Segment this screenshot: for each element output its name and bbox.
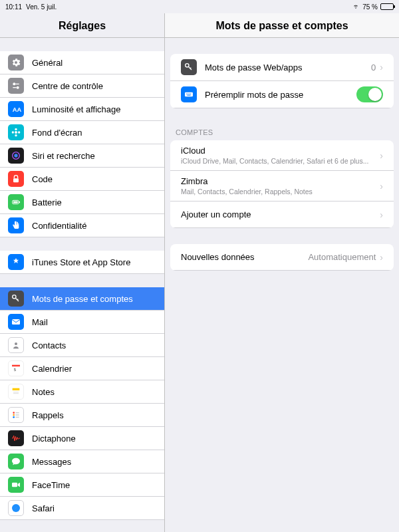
sidebar-item-label: Dictaphone	[32, 434, 156, 444]
sidebar-item-label: Calendrier	[32, 364, 156, 374]
svg-rect-36	[186, 94, 187, 94]
sidebar-item-code[interactable]: Code	[0, 168, 164, 191]
sidebar-item-messages[interactable]: Messages	[0, 450, 164, 473]
sidebar-item-centre-de-contr-le[interactable]: Centre de contrôle	[0, 74, 164, 98]
notes-icon	[8, 384, 24, 400]
sidebar-item-dictaphone[interactable]: Dictaphone	[0, 427, 164, 450]
sidebar-item-mail[interactable]: Mail	[0, 311, 164, 334]
svg-point-8	[12, 131, 14, 133]
contacts-icon	[8, 337, 24, 353]
chevron-right-icon: ›	[380, 209, 383, 220]
sidebar-item-fond-d-cran[interactable]: Fond d'écran	[0, 121, 164, 144]
svg-point-18	[15, 342, 17, 345]
svg-rect-15	[13, 201, 18, 203]
svg-rect-3	[13, 87, 16, 88]
svg-text:AA: AA	[13, 106, 21, 113]
detail-row-label: Préremplir mots de passe	[205, 90, 356, 100]
sidebar-item-notes[interactable]: Notes	[0, 380, 164, 404]
sidebar-item-label: iTunes Store et App Store	[32, 257, 156, 267]
sidebar-item-safari[interactable]: Safari	[0, 497, 164, 520]
gear-icon	[8, 55, 24, 70]
switches-icon	[8, 78, 24, 94]
battery-icon	[8, 194, 24, 210]
sidebar-item-label: Rappels	[32, 410, 156, 420]
svg-rect-23	[13, 390, 20, 395]
account-label: Ajouter un compte	[181, 209, 376, 219]
sidebar-item-label: Code	[32, 174, 156, 184]
sidebar-item-label: Confidentialité	[32, 221, 156, 231]
sidebar-item-label: Général	[32, 58, 156, 68]
svg-rect-40	[187, 95, 190, 96]
detail-row-value: 0	[371, 63, 376, 72]
battery-icon	[380, 3, 394, 10]
toggle-switch[interactable]	[356, 86, 383, 102]
hand-icon	[8, 217, 24, 233]
svg-point-11	[14, 154, 17, 157]
siri-icon	[8, 148, 24, 164]
sidebar-item-contacts[interactable]: Contacts	[0, 334, 164, 357]
detail-row-mots-de-passe-web-apps[interactable]: Mots de passe Web/apps0›	[170, 54, 394, 81]
appstore-icon	[8, 254, 24, 270]
wifi-icon	[352, 3, 360, 11]
detail-row-pr-remplir-mots-de-passe[interactable]: Préremplir mots de passe	[170, 81, 394, 108]
sidebar-item-siri-et-recherche[interactable]: Siri et recherche	[0, 144, 164, 168]
svg-rect-35	[185, 92, 193, 97]
sidebar-item-facetime[interactable]: FaceTime	[0, 473, 164, 497]
sidebar-item-label: Batterie	[32, 198, 156, 207]
svg-rect-14	[19, 201, 20, 203]
sidebar-title: Réglages	[0, 13, 164, 38]
lock-icon	[8, 171, 24, 187]
svg-rect-38	[189, 94, 190, 94]
sidebar-item-calendrier[interactable]: 5Calendrier	[0, 357, 164, 380]
account-row-zimbra[interactable]: ZimbraMail, Contacts, Calendrier, Rappel…	[170, 171, 394, 201]
key-icon	[8, 291, 24, 307]
sidebar-item-label: Mots de passe et comptes	[32, 294, 156, 304]
account-label: iCloud	[181, 146, 376, 156]
sidebar-item-label: FaceTime	[32, 480, 156, 490]
mail-icon	[8, 314, 24, 330]
sidebar-item-rappels[interactable]: Rappels	[0, 404, 164, 427]
status-date: Ven. 5 juil.	[26, 3, 57, 11]
svg-point-33	[12, 504, 20, 512]
svg-rect-22	[13, 388, 20, 390]
sidebar-item-label: Notes	[32, 387, 156, 397]
sidebar-item-g-n-ral[interactable]: Général	[0, 51, 164, 74]
safari-icon	[8, 500, 24, 516]
svg-point-26	[13, 412, 15, 414]
account-row-icloud[interactable]: iCloudiCloud Drive, Mail, Contacts, Cale…	[170, 140, 394, 171]
sidebar-item-confidentialit-[interactable]: Confidentialité	[0, 214, 164, 237]
account-sub: Mail, Contacts, Calendrier, Rappels, Not…	[181, 188, 376, 196]
accounts-header: Comptes	[165, 124, 399, 140]
svg-rect-32	[12, 483, 17, 487]
svg-point-7	[15, 134, 17, 136]
status-bar: 10:11 Ven. 5 juil. 75 %	[0, 0, 399, 13]
key-icon	[181, 59, 197, 75]
account-row-ajouter-un-compte[interactable]: Ajouter un compte›	[170, 201, 394, 228]
svg-point-27	[13, 414, 15, 416]
keyboard-icon	[181, 86, 197, 102]
svg-point-6	[15, 128, 17, 130]
status-time: 10:11	[5, 3, 22, 11]
sidebar-item-label: Mail	[32, 317, 156, 327]
sidebar: Réglages GénéralCentre de contrôleAALumi…	[0, 13, 165, 532]
svg-point-9	[18, 131, 20, 133]
fetch-row[interactable]: Nouvelles données Automatiquement ›	[170, 244, 394, 271]
brightness-icon: AA	[8, 101, 24, 117]
svg-rect-12	[13, 178, 19, 182]
sidebar-item-label: Safari	[32, 503, 156, 513]
svg-rect-37	[188, 94, 188, 94]
detail-title: Mots de passe et comptes	[165, 13, 399, 38]
facetime-icon	[8, 477, 24, 493]
sidebar-item-label: Siri et recherche	[32, 151, 156, 161]
sidebar-item-luminosit-et-affichage[interactable]: AALuminosité et affichage	[0, 98, 164, 121]
account-label: Zimbra	[181, 176, 376, 186]
svg-rect-17	[12, 319, 20, 325]
svg-point-2	[17, 86, 19, 89]
chevron-right-icon: ›	[380, 62, 383, 72]
sidebar-item-label: Messages	[32, 457, 156, 467]
sidebar-item-mots-de-passe-et-comptes[interactable]: Mots de passe et comptes	[0, 287, 164, 311]
sidebar-item-itunes-store-et-app-store[interactable]: iTunes Store et App Store	[0, 251, 164, 274]
svg-rect-39	[190, 94, 191, 94]
reminders-icon	[8, 407, 24, 423]
sidebar-item-batterie[interactable]: Batterie	[0, 191, 164, 214]
